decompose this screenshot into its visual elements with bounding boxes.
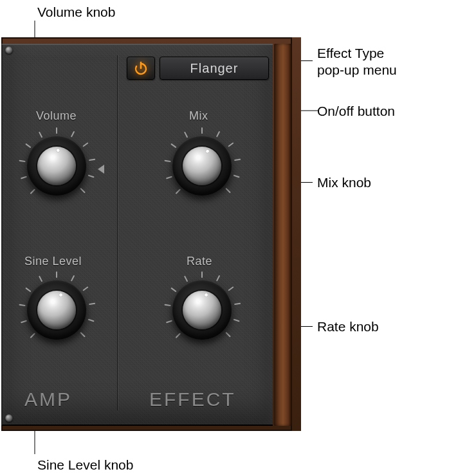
sine-level-label: Sine Level	[24, 255, 82, 268]
volume-max-marker	[98, 165, 104, 174]
callout-effect-type: Effect Typepop-up menu	[317, 45, 397, 79]
amp-section-label: AMP	[24, 389, 72, 410]
volume-label: Volume	[36, 109, 77, 123]
callout-volume: Volume knob	[37, 4, 115, 21]
screw	[5, 46, 13, 54]
synth-panel: Flanger Volume Sine Level Mix Rate AMP E…	[1, 37, 301, 431]
screw	[5, 414, 13, 422]
callout-rate: Rate knob	[317, 318, 379, 335]
callout-onoff: On/off button	[317, 103, 395, 120]
rate-knob[interactable]	[163, 271, 241, 349]
effect-type-value: Flanger	[190, 61, 239, 76]
callout-mix: Mix knob	[317, 174, 371, 191]
rate-label: Rate	[187, 255, 212, 268]
effect-power-button[interactable]	[127, 57, 155, 80]
panel-face: Flanger Volume Sine Level Mix Rate AMP E…	[1, 44, 273, 426]
effect-type-popup[interactable]: Flanger	[160, 57, 269, 80]
section-divider	[117, 55, 118, 410]
power-icon	[133, 60, 149, 76]
wood-side	[274, 44, 292, 426]
volume-knob[interactable]	[18, 127, 95, 205]
effect-section-label: EFFECT	[149, 389, 236, 410]
mix-knob[interactable]	[163, 127, 241, 205]
callout-sine: Sine Level knob	[37, 457, 133, 473]
sine-level-knob[interactable]	[18, 271, 95, 349]
mix-label: Mix	[189, 109, 208, 123]
